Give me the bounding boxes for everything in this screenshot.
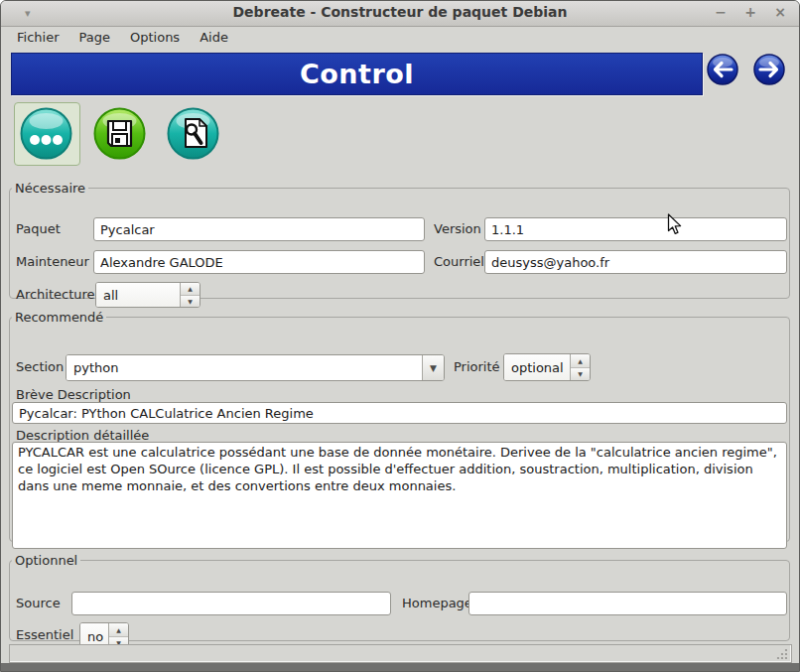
page-title: Control	[300, 59, 414, 89]
menu-fichier[interactable]: Fichier	[7, 29, 69, 46]
window-bottom-edge	[1, 663, 799, 671]
priorite-spinner[interactable]: optional ▲ ▼	[503, 353, 591, 381]
architecture-spinner[interactable]: all ▲ ▼	[95, 282, 200, 308]
status-bar	[9, 644, 792, 663]
source-input[interactable]	[71, 592, 391, 615]
menu-aide[interactable]: Aide	[190, 29, 238, 46]
group-optionnel-label: Optionnel	[12, 553, 80, 568]
courriel-label: Courriel	[434, 254, 484, 269]
mainteneur-input[interactable]	[93, 250, 425, 274]
previous-page-button[interactable]	[707, 54, 738, 85]
save-icon	[93, 107, 146, 160]
priorite-value: optional	[504, 354, 570, 380]
description-detaillee-textarea[interactable]: PYCALCAR est une calculatrice possédant …	[12, 442, 787, 549]
spin-up-icon[interactable]: ▲	[571, 354, 590, 368]
next-page-button[interactable]	[753, 54, 785, 85]
menu-page[interactable]: Page	[69, 29, 120, 46]
essentiel-label: Essentiel	[16, 627, 73, 642]
source-label: Source	[16, 596, 61, 610]
application-window: ▾ Debreate - Constructeur de paquet Debi…	[0, 0, 800, 672]
maximize-button[interactable]: +	[741, 3, 759, 21]
menu-options[interactable]: Options	[120, 29, 190, 46]
breve-description-label: Brève Description	[16, 387, 131, 402]
minimize-button[interactable]: −	[712, 3, 730, 21]
resize-grip-icon[interactable]	[775, 647, 789, 661]
breve-description-input[interactable]	[12, 402, 787, 424]
courriel-input[interactable]	[484, 250, 787, 274]
spin-up-icon[interactable]: ▲	[109, 623, 128, 637]
version-input[interactable]	[484, 217, 787, 241]
architecture-label: Architecture	[16, 287, 95, 302]
description-detaillee-label: Description détaillée	[16, 428, 149, 443]
section-label: Section	[16, 359, 64, 374]
arrow-left-icon	[707, 54, 738, 85]
homepage-label: Homepage	[402, 596, 472, 610]
arrow-right-icon	[753, 54, 785, 85]
spin-down-icon[interactable]: ▼	[571, 368, 590, 381]
window-title: Debreate - Constructeur de paquet Debian	[1, 4, 799, 20]
version-label: Version	[434, 221, 481, 236]
spin-up-icon[interactable]: ▲	[181, 283, 200, 296]
section-value: python	[67, 355, 422, 380]
mainteneur-label: Mainteneur	[16, 254, 89, 269]
priorite-label: Priorité	[454, 359, 500, 374]
menu-bar: Fichier Page Options Aide	[1, 27, 799, 48]
section-combobox[interactable]: python ▼	[66, 354, 445, 381]
dropdown-arrow-icon[interactable]: ▼	[422, 355, 444, 380]
architecture-value: all	[96, 283, 180, 307]
group-recommende: Recommendé Section python ▼ Priorité opt…	[9, 310, 790, 542]
homepage-input[interactable]	[468, 592, 787, 615]
preview-button[interactable]	[167, 107, 219, 160]
paquet-label: Paquet	[16, 221, 61, 236]
save-button[interactable]	[93, 107, 146, 160]
pages-ellipsis-icon	[20, 107, 72, 160]
title-bar[interactable]: ▾ Debreate - Constructeur de paquet Debi…	[1, 1, 799, 27]
pages-button[interactable]	[20, 107, 72, 160]
group-recommende-label: Recommendé	[12, 310, 106, 325]
page-title-banner: Control	[11, 53, 703, 95]
group-necessaire: Nécessaire Paquet Version Mainteneur Cou…	[9, 181, 790, 299]
group-optionnel: Optionnel Source Homepage Essentiel no ▲…	[9, 553, 790, 641]
close-button[interactable]: ×	[771, 3, 789, 21]
preview-icon	[167, 107, 219, 160]
paquet-input[interactable]	[93, 217, 425, 241]
group-necessaire-label: Nécessaire	[12, 181, 88, 196]
spin-down-icon[interactable]: ▼	[181, 296, 200, 308]
